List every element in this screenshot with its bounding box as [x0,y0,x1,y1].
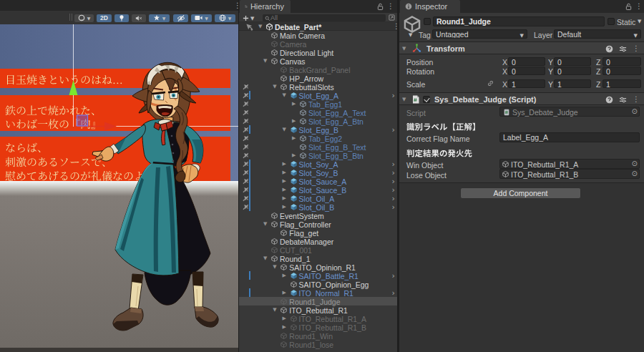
gizmos-button[interactable]: ▼ [215,14,235,23]
hierarchy-row-Slot_Egg_A_Text[interactable]: Slot_Egg_A_Text [239,108,398,117]
hierarchy-row-Flag_get[interactable]: Flag_get [239,228,398,237]
lock-icon[interactable] [377,3,384,11]
hierarchy-row-Round1_lose[interactable]: Round1_lose [239,340,398,348]
create-dropdown-arrow-icon[interactable]: ▼ [250,16,254,21]
prefab-open-chevron-icon[interactable]: › [392,195,395,202]
foldout-icon[interactable]: ▶ [292,102,296,107]
hierarchy-row-Slot_Egg_A[interactable]: ▼Slot_Egg_A› [239,91,398,99]
static-checkbox[interactable] [608,18,615,25]
prefab-open-chevron-icon[interactable]: › [392,92,395,99]
help-icon[interactable] [605,45,613,53]
add-component-button[interactable]: Add Component [460,187,581,199]
audio-mute-button[interactable] [132,14,146,23]
prefab-open-chevron-icon[interactable]: › [392,186,395,194]
foldout-icon[interactable]: ▶ [283,196,286,201]
foldout-icon[interactable]: ▼ [273,84,276,89]
transform-foldout-icon[interactable]: ▼ [402,47,406,52]
hierarchy-row-Slot_Egg_B_Btn[interactable]: ▶Slot_Egg_B_Btn [239,151,398,160]
hierarchy-row-CUT_001[interactable]: CUT_001 [239,245,398,254]
hierarchy-row-SAITO_Opinion_Egg[interactable]: SAITO_Opinion_Egg [239,280,398,288]
foldout-icon[interactable]: ▼ [283,127,286,132]
lose-object-field[interactable]: ITO_Rebuttal_R1_B ⊙ [499,169,640,179]
scale-y-field[interactable]: 1 [554,79,591,88]
active-checkbox[interactable] [424,18,431,25]
scale-link-icon[interactable] [487,79,494,87]
scene-viewport[interactable]: 目玉焼きというのはね... 鉄の上で焼かれた、 いわば一枚の『肉』 ならば、 刺… [0,24,239,352]
pick-disabled-icon[interactable] [243,178,249,185]
transform-header[interactable]: ▼ Transform ⋮ [399,41,644,54]
hierarchy-row-Slot_Oil_A[interactable]: ▶Slot_Oil_A› [239,194,398,202]
hierarchy-row-Canvas[interactable]: ▼Canvas [239,57,398,65]
hierarchy-row-HP_Arrow[interactable]: HP_Arrow [239,74,398,82]
layer-dropdown[interactable]: Default ▼ [554,29,641,39]
prefab-open-chevron-icon[interactable]: › [392,126,395,134]
hierarchy-row-Main Camera[interactable]: Main Camera [239,31,398,39]
foldout-icon[interactable]: ▼ [273,265,276,270]
foldout-icon[interactable]: ▼ [273,308,276,313]
script-enabled-checkbox[interactable] [423,96,430,103]
foldout-icon[interactable]: ▼ [263,222,267,227]
prefab-open-chevron-icon[interactable]: › [392,203,395,211]
hierarchy-scene-row[interactable]: ▼ Debate_Part* ⋮ [239,22,398,31]
hierarchy-row-SAITO_Opinion_R1[interactable]: ▼SAITO_Opinion_R1 [239,263,398,271]
object-picker-icon[interactable]: ⊙ [632,107,638,115]
hierarchy-row-Directional Light[interactable]: Directional Light [239,48,398,57]
prefab-open-chevron-icon[interactable]: › [392,177,395,185]
scene-lighting-button[interactable] [114,14,129,23]
pick-disabled-icon[interactable] [243,187,249,193]
hierarchy-row-SAITO_Battle_R1[interactable]: ▶SAITO_Battle_R1› [239,271,398,280]
tab-hierarchy[interactable]: Hierarchy [240,0,291,13]
hierarchy-row-Tab_Egg1[interactable]: ▶Tab_Egg1 [239,99,398,108]
rotation-z-field[interactable]: 0 [602,67,641,75]
tab-inspector[interactable]: Inspector [400,0,460,13]
foldout-icon[interactable]: ▶ [292,153,296,158]
hierarchy-row-ITO_Rebuttal_R1[interactable]: ▼ITO_Rebuttal_R1 [239,305,398,314]
rotation-y-field[interactable]: 0 [554,67,591,75]
object-picker-icon[interactable]: ⊙ [632,170,638,177]
2d-mode-button[interactable]: 2D [97,14,112,23]
hierarchy-row-Round_1[interactable]: ▼Round_1 [239,254,398,263]
gameobject-icon-dropdown-arrow[interactable]: ▼ [409,32,412,38]
effects-button[interactable]: ▼ [149,14,170,23]
scene-foldout-icon[interactable]: ▼ [258,24,262,29]
hierarchy-row-Slot_Egg_A_Btn[interactable]: ▶Slot_Egg_A_Btn [239,117,398,125]
hierarchy-row-Slot_Oil_B[interactable]: ▶Slot_Oil_B› [239,202,398,211]
transform-kebab-icon[interactable]: ⋮ [633,45,640,52]
prefab-open-chevron-icon[interactable]: › [392,169,395,177]
pick-disabled-icon[interactable] [243,195,249,202]
pick-disabled-icon[interactable] [243,144,249,150]
hierarchy-row-Slot_Soy_A[interactable]: ▶Slot_Soy_A› [239,160,398,168]
hierarchy-search-input[interactable]: All [263,14,386,21]
foldout-icon[interactable]: ▼ [263,59,267,64]
script-object-field[interactable]: Sys_Debate_Judge ⊙ [499,107,640,117]
pick-disabled-icon[interactable] [243,92,249,99]
pick-disabled-icon[interactable] [243,118,249,124]
hierarchy-row-ITO_Normal_R1[interactable]: ▶ITO_Normal_R1› [239,288,398,297]
hierarchy-row-Slot_Egg_B_Text[interactable]: Slot_Egg_B_Text [239,142,398,151]
hierarchy-row-Slot_Sauce_B[interactable]: ▶Slot_Sauce_B› [239,185,398,194]
pick-disabled-icon[interactable] [243,135,249,142]
presets-icon[interactable] [619,45,627,53]
prefab-open-chevron-icon[interactable]: › [392,272,395,280]
scale-x-field[interactable]: 1 [508,79,545,88]
lock-icon[interactable] [625,3,632,11]
pick-disabled-icon[interactable] [243,161,249,167]
position-z-field[interactable]: 0 [602,57,641,66]
object-picker-icon[interactable]: ⊙ [632,160,638,167]
pick-disabled-icon[interactable] [243,109,249,116]
hierarchy-row-Slot_Soy_B[interactable]: ▶Slot_Soy_B› [239,168,398,177]
inspector-menu-kebab-icon[interactable]: ⋮ [635,3,643,10]
prefab-open-chevron-icon[interactable]: › [392,160,395,168]
foldout-icon[interactable]: ▶ [283,325,286,330]
hierarchy-menu-kebab-icon[interactable]: ⋮ [387,3,394,10]
foldout-icon[interactable]: ▶ [283,290,286,295]
scale-z-field[interactable]: 1 [602,79,641,88]
hierarchy-row-Camera[interactable]: Camera [239,39,398,48]
gameobject-name-field[interactable]: Round1_Judge [433,16,605,26]
foldout-icon[interactable]: ▶ [283,162,286,167]
foldout-icon[interactable]: ▼ [263,256,267,261]
foldout-icon[interactable]: ▼ [283,93,286,98]
hierarchy-row-Tab_Egg2[interactable]: ▶Tab_Egg2 [239,134,398,142]
prefab-open-chevron-icon[interactable]: › [392,289,395,297]
scene-camera-button[interactable]: ▼ [191,14,212,23]
